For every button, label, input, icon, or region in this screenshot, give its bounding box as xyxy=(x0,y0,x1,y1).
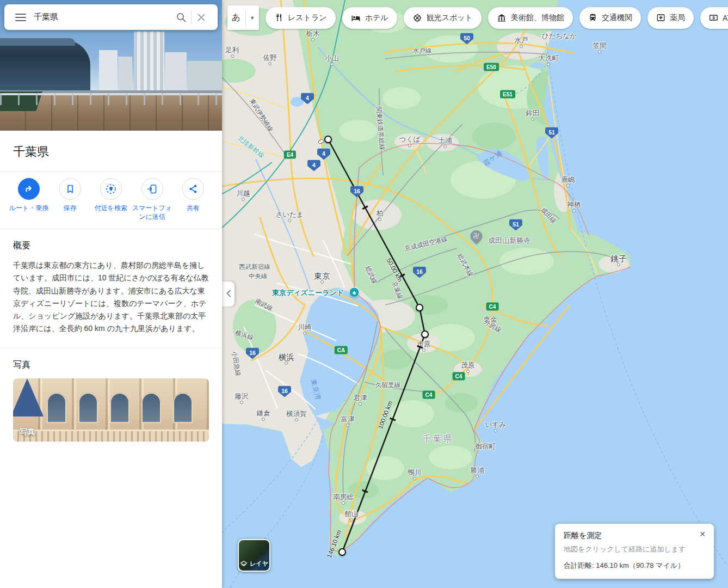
google-maps-app: 千葉県 ルート・乗換 保存 xyxy=(0,0,728,588)
save-button[interactable]: 保存 xyxy=(50,178,90,221)
measure-total-label: 合計距離: xyxy=(564,561,594,569)
share-icon xyxy=(182,178,204,200)
send-to-phone-icon xyxy=(141,178,163,200)
measure-hint: 地図をクリックして経路に追加します xyxy=(564,544,705,554)
overview-section: 概要 千葉県は東京都の東方にあり、農村部の房総半島を擁しています。成田市には、1… xyxy=(0,229,222,348)
place-panel: 千葉県 ルート・乗換 保存 xyxy=(0,0,222,588)
measure-waypoint[interactable] xyxy=(421,330,429,338)
ime-label: あ xyxy=(232,12,240,23)
chevron-down-icon: ▼ xyxy=(250,15,255,21)
hero-building xyxy=(134,32,164,93)
photos-heading: 写真 xyxy=(13,359,209,371)
measure-total-value: 146.10 km（90.78 マイル） xyxy=(596,561,684,569)
ime-button[interactable]: あ ▼ xyxy=(227,5,259,30)
transit-icon xyxy=(588,13,597,22)
svg-text:$: $ xyxy=(712,15,715,20)
bookmark-icon xyxy=(59,178,81,200)
menu-icon[interactable] xyxy=(15,14,26,21)
chip-hotels[interactable]: ホテル xyxy=(342,7,397,29)
chip-atms[interactable]: $ ATM xyxy=(700,7,728,29)
action-label: 保存 xyxy=(64,204,77,212)
layers-button[interactable]: レイヤ xyxy=(238,539,270,572)
attraction-icon xyxy=(412,13,422,23)
museum-icon xyxy=(497,13,507,23)
map-canvas[interactable] xyxy=(222,0,728,588)
pharmacy-icon xyxy=(656,13,665,22)
measure-total: 合計距離: 146.10 km（90.78 マイル） xyxy=(564,561,705,571)
action-bar: ルート・乗換 保存 付近を検索 xyxy=(0,171,222,229)
photos-card-label: 写真 xyxy=(20,427,35,437)
search-bar xyxy=(4,4,218,30)
page-title: 千葉県 xyxy=(0,131,222,171)
photos-section: 写真 写真 xyxy=(0,348,222,455)
action-label: ルート・乗換 xyxy=(9,204,49,212)
search-nearby-button[interactable]: 付近を検索 xyxy=(91,178,131,221)
action-label: スマートフォンに送信 xyxy=(132,204,172,221)
castle-balustrade xyxy=(13,430,209,442)
category-chips: あ ▼ レストラン ホテル 観光スポット 美術館、博物館 xyxy=(227,5,728,30)
chip-attractions[interactable]: 観光スポット xyxy=(404,7,482,29)
ime-divider xyxy=(245,10,246,26)
chip-museums[interactable]: 美術館、博物館 xyxy=(488,7,573,29)
collapse-panel-button[interactable] xyxy=(222,281,235,307)
hero-building xyxy=(165,52,187,93)
layers-label: レイヤ xyxy=(250,560,268,568)
hero-building xyxy=(0,40,90,93)
send-to-phone-button[interactable]: スマートフォンに送信 xyxy=(132,178,172,221)
photos-card[interactable]: 写真 xyxy=(13,378,209,442)
hero-building xyxy=(187,61,222,93)
overview-heading: 概要 xyxy=(13,240,209,252)
measure-waypoint[interactable] xyxy=(324,136,332,143)
measure-distance-card: ✕ 距離を測定 地図をクリックして経路に追加します 合計距離: 146.10 k… xyxy=(555,524,714,579)
map-area: 足利佐野栃木小山水戸線笠間水戸ひたちなか大洗町鉾田鹿嶋神栖つくば土浦霞ケ浦柏さい… xyxy=(222,0,728,588)
overview-text: 千葉県は東京都の東方にあり、農村部の房総半島を擁しています。成田市には、10 世… xyxy=(13,259,209,335)
search-icon[interactable] xyxy=(171,8,191,27)
nearby-icon xyxy=(100,178,122,200)
directions-button[interactable]: ルート・乗換 xyxy=(9,178,49,221)
close-icon[interactable]: ✕ xyxy=(695,527,710,541)
chip-transit[interactable]: 交通機関 xyxy=(579,7,641,29)
hero-building xyxy=(118,57,132,93)
search-input[interactable] xyxy=(34,13,171,22)
measure-waypoint[interactable] xyxy=(416,304,423,311)
chip-restaurants[interactable]: レストラン xyxy=(266,7,336,29)
measure-title: 距離を測定 xyxy=(564,531,705,541)
chip-pharmacies[interactable]: 薬局 xyxy=(647,7,694,29)
action-label: 共有 xyxy=(187,204,200,212)
close-icon[interactable] xyxy=(192,8,211,27)
directions-icon xyxy=(18,178,40,200)
hero-building xyxy=(99,50,118,93)
place-body: 千葉県 ルート・乗換 保存 xyxy=(0,131,222,455)
castle-windows xyxy=(47,393,205,423)
hotel-icon xyxy=(351,13,361,23)
restaurant-icon xyxy=(274,13,283,22)
share-button[interactable]: 共有 xyxy=(173,178,213,221)
hero-railing-posts xyxy=(0,93,222,105)
hero-building xyxy=(0,38,75,46)
chevron-left-icon xyxy=(226,290,231,297)
action-label: 付近を検索 xyxy=(95,204,127,212)
measure-waypoint[interactable] xyxy=(338,548,346,556)
atm-icon: $ xyxy=(709,13,718,22)
layers-icon xyxy=(240,560,248,568)
